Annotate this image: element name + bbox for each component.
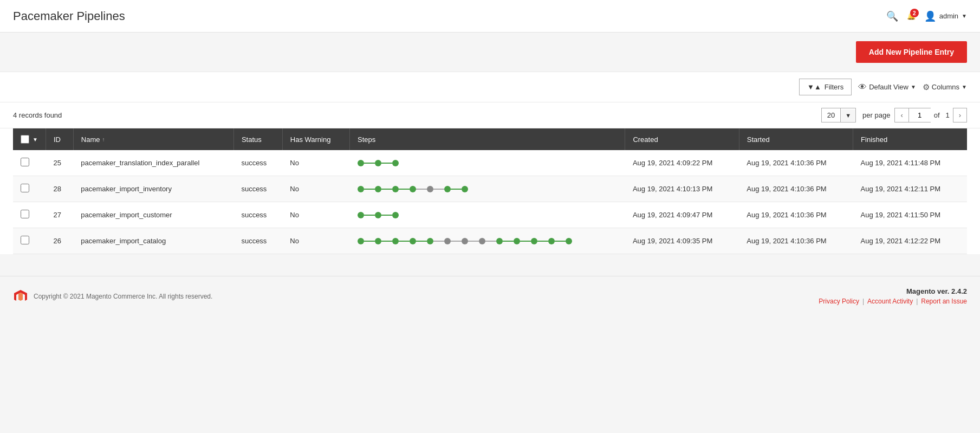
page-input[interactable]: 1 [909, 108, 931, 122]
cell-created: Aug 19, 2021 4:10:13 PM [625, 176, 739, 202]
footer-version: Magento ver. 2.4.2 [906, 287, 967, 295]
step-dot-gray [479, 238, 485, 244]
th-id-label: ID [54, 135, 61, 144]
account-activity-link[interactable]: Account Activity [867, 298, 913, 305]
row-checkbox[interactable] [21, 184, 29, 192]
step-dot-green [375, 186, 381, 192]
step-dot-green [358, 160, 364, 166]
per-page-dropdown-arrow[interactable]: ▼ [841, 109, 855, 121]
search-icon[interactable]: 🔍 [886, 10, 898, 22]
step-line [537, 241, 548, 242]
per-page-label: per page [862, 111, 890, 119]
th-checkbox: ▼ [13, 128, 46, 150]
step-line [399, 241, 410, 242]
cell-steps [350, 228, 625, 254]
th-has-warning-label: Has Warning [290, 135, 331, 144]
table-row: 25pacemaker_translation_index_parallelsu… [13, 150, 967, 176]
step-dot-green [392, 212, 399, 218]
step-dot-green [531, 238, 537, 244]
cell-id: 27 [46, 202, 73, 228]
gear-icon: ⚙ [923, 82, 930, 92]
add-pipeline-button[interactable]: Add New Pipeline Entry [856, 41, 967, 63]
step-line [555, 241, 566, 242]
chevron-down-icon: ▼ [962, 13, 967, 19]
user-menu[interactable]: 👤 admin ▼ [924, 10, 967, 22]
step-dot-green [427, 238, 433, 244]
pagination: 20 ▼ per page ‹ 1 of 1 › [821, 108, 967, 122]
step-dot-green [358, 238, 364, 244]
step-line [451, 241, 462, 242]
table-row: 26pacemaker_import_catalogsuccessNoAug 1… [13, 228, 967, 254]
select-all-checkbox[interactable] [21, 135, 29, 144]
header-checkbox-arrow[interactable]: ▼ [33, 137, 38, 143]
th-name[interactable]: Name ↑ [73, 128, 233, 150]
step-dot-green [375, 238, 381, 244]
step-dot-green [375, 160, 381, 166]
cell-has-warning: No [282, 150, 349, 176]
step-dot-green [566, 238, 572, 244]
prev-page-button[interactable]: ‹ [894, 108, 908, 122]
cell-started: Aug 19, 2021 4:10:36 PM [739, 176, 853, 202]
step-line [381, 241, 392, 242]
row-checkbox[interactable] [21, 158, 29, 166]
view-select[interactable]: 👁 Default View ▼ [858, 82, 916, 92]
table-row: 28pacemaker_import_inventorysuccessNoAug… [13, 176, 967, 202]
filters-button[interactable]: ▼▲ Filters [799, 79, 852, 95]
th-id: ID [46, 128, 73, 150]
per-page-select[interactable]: 20 ▼ [821, 108, 856, 122]
page-nav: ‹ 1 of 1 › [894, 108, 967, 122]
step-dot-green [392, 186, 399, 192]
step-line [433, 241, 444, 242]
step-dot-green [392, 160, 399, 166]
sort-arrow-icon: ↑ [102, 137, 105, 143]
magento-logo-icon [13, 289, 28, 304]
columns-chevron-icon: ▼ [962, 84, 967, 90]
row-checkbox[interactable] [21, 210, 29, 218]
cell-finished: Aug 19, 2021 4:12:11 PM [853, 176, 967, 202]
step-line [433, 189, 444, 190]
step-line [416, 241, 427, 242]
step-dot-green [410, 186, 416, 192]
cell-name: pacemaker_translation_index_parallel [73, 150, 233, 176]
user-label: admin [939, 12, 958, 20]
report-issue-link[interactable]: Report an Issue [921, 298, 967, 305]
step-dot-green [410, 238, 416, 244]
step-line [364, 241, 375, 242]
cell-steps [350, 202, 625, 228]
th-created: Created [625, 128, 739, 150]
grid-controls: ▼▲ Filters 👁 Default View ▼ ⚙ Columns ▼ [0, 72, 980, 102]
cell-status: success [233, 228, 282, 254]
cell-created: Aug 19, 2021 4:09:22 PM [625, 150, 739, 176]
step-line [381, 163, 392, 164]
step-line [399, 189, 410, 190]
table-wrap: ▼ ID Name ↑ Status Has Warning [0, 128, 980, 254]
privacy-policy-link[interactable]: Privacy Policy [819, 298, 859, 305]
notification-bell[interactable]: 🔔 2 [907, 12, 916, 20]
cell-steps [350, 176, 625, 202]
th-has-warning: Has Warning [282, 128, 349, 150]
step-line [503, 241, 514, 242]
step-dot-green [462, 186, 468, 192]
records-count: 4 records found [13, 111, 62, 119]
th-steps: Steps [350, 128, 625, 150]
th-name-label: Name [81, 135, 100, 144]
step-dot-green [548, 238, 555, 244]
columns-select[interactable]: ⚙ Columns ▼ [923, 82, 967, 92]
cell-id: 26 [46, 228, 73, 254]
cell-finished: Aug 19, 2021 4:11:50 PM [853, 202, 967, 228]
step-dot-green [514, 238, 520, 244]
step-line [381, 189, 392, 190]
row-checkbox[interactable] [21, 236, 29, 244]
page-title: Pacemaker Pipelines [13, 9, 125, 23]
notification-badge: 2 [910, 9, 919, 17]
step-dot-green [392, 238, 399, 244]
th-created-label: Created [633, 135, 658, 144]
step-line [520, 241, 531, 242]
eye-icon: 👁 [858, 82, 867, 92]
step-dot-gray [427, 186, 433, 192]
next-page-button[interactable]: › [953, 108, 967, 122]
cell-finished: Aug 19, 2021 4:12:22 PM [853, 228, 967, 254]
th-status: Status [233, 128, 282, 150]
cell-has-warning: No [282, 202, 349, 228]
step-dot-green [444, 186, 451, 192]
